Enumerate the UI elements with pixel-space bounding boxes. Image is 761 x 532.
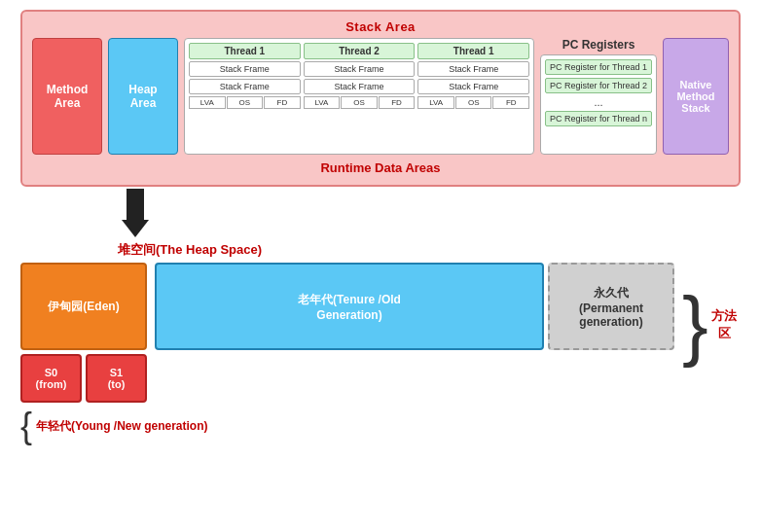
lva-group-2: LVA OS FD <box>304 96 416 109</box>
perm-gen-label: 永久代(Permanentgeneration) <box>579 285 643 329</box>
heap-area-block: HeapArea <box>108 38 178 155</box>
old-gen-label: 老年代(Tenure /OldGeneration) <box>298 292 401 322</box>
lva-group-3: LVA OS FD <box>417 96 529 109</box>
runtime-diagram: Stack Area MethodArea HeapArea Thread 1 … <box>20 10 741 187</box>
arrow-shaft <box>127 189 144 220</box>
stack-frame-2-3: Stack Frame <box>417 79 529 94</box>
lva-2: LVA <box>304 96 341 109</box>
stack-area-title: Stack Area <box>32 19 729 34</box>
stack-frame-2-1: Stack Frame <box>189 79 301 94</box>
fd-1: FD <box>264 96 301 109</box>
pc-cell-1: PC Register for Thread 1 <box>545 59 652 75</box>
lva-group-1: LVA OS FD <box>189 96 301 109</box>
eden-block: 伊甸园(Eden) <box>20 263 147 350</box>
thread-3-cell: Thread 1 <box>417 43 529 59</box>
pc-cell-n: PC Register for Thread n <box>545 111 652 126</box>
runtime-data-areas-label: Runtime Data Areas <box>32 160 729 175</box>
heap-diagram: 伊甸园(Eden) 老年代(Tenure /OldGeneration) 永久代… <box>20 263 674 443</box>
os-2: OS <box>341 96 378 109</box>
pc-registers-label: PC Registers <box>540 38 657 52</box>
eden-label: 伊甸园(Eden) <box>48 299 119 315</box>
method-area-block: MethodArea <box>32 38 102 155</box>
stack-area-wrapper: Thread 1 Thread 2 Thread 1 Stack Frame S… <box>184 38 534 155</box>
stack-frame-1-2: Stack Frame <box>304 61 416 77</box>
stack-frame-1-1: Stack Frame <box>189 61 301 77</box>
pc-cell-2: PC Register for Thread 2 <box>545 78 652 93</box>
s1-label: S1(to) <box>108 367 126 390</box>
pc-registers-wrapper: PC Registers PC Register for Thread 1 PC… <box>540 38 657 155</box>
old-gen-block: 老年代(Tenure /OldGeneration) <box>155 263 544 350</box>
fangfa-section: } 方法区 <box>682 263 741 358</box>
native-stack-label: NativeMethodStack <box>676 79 714 114</box>
s0-label: S0(from) <box>36 367 67 390</box>
stack-frame-2-2: Stack Frame <box>304 79 416 94</box>
thread-2-cell: Thread 2 <box>304 43 416 59</box>
os-1: OS <box>227 96 264 109</box>
stack-area-inner: Thread 1 Thread 2 Thread 1 Stack Frame S… <box>184 38 534 155</box>
young-brace: { <box>20 408 32 443</box>
s0-block: S0(from) <box>20 354 82 403</box>
method-area-label: MethodArea <box>47 83 89 110</box>
heap-space-label: 堆空间(The Heap Space) <box>118 241 262 259</box>
fd-3: FD <box>492 96 529 109</box>
s1-block: S1(to) <box>86 354 147 403</box>
fangfa-brace: } <box>682 292 708 358</box>
arrow-section: 堆空间(The Heap Space) <box>20 189 741 259</box>
heap-top-row: 伊甸园(Eden) 老年代(Tenure /OldGeneration) 永久代… <box>20 263 674 350</box>
pc-dots: ... <box>545 96 652 108</box>
os-3: OS <box>455 96 492 109</box>
fd-2: FD <box>379 96 416 109</box>
lva-3: LVA <box>417 96 454 109</box>
native-method-stack: NativeMethodStack <box>663 38 729 155</box>
pc-registers-inner: PC Register for Thread 1 PC Register for… <box>540 54 657 155</box>
perm-gen-block: 永久代(Permanentgeneration) <box>548 263 674 350</box>
bottom-section: 伊甸园(Eden) 老年代(Tenure /OldGeneration) 永久代… <box>20 263 741 443</box>
young-label-section: { 年轻代(Young /New generation) <box>20 408 674 443</box>
arrow-head <box>122 220 149 237</box>
heap-area-label: HeapArea <box>128 83 157 110</box>
lva-row: LVA OS FD LVA OS FD LVA OS FD <box>189 96 529 109</box>
stack-frame-1-3: Stack Frame <box>417 61 529 77</box>
lva-1: LVA <box>189 96 226 109</box>
fangfa-label: 方法区 <box>708 307 741 342</box>
thread-1-cell: Thread 1 <box>189 43 301 59</box>
young-gen-label: 年轻代(Young /New generation) <box>36 418 207 435</box>
stack-frame-row-2: Stack Frame Stack Frame Stack Frame <box>189 79 529 94</box>
stack-frame-row-1: Stack Frame Stack Frame Stack Frame <box>189 61 529 77</box>
down-arrow <box>118 189 153 237</box>
thread-row: Thread 1 Thread 2 Thread 1 <box>189 43 529 59</box>
